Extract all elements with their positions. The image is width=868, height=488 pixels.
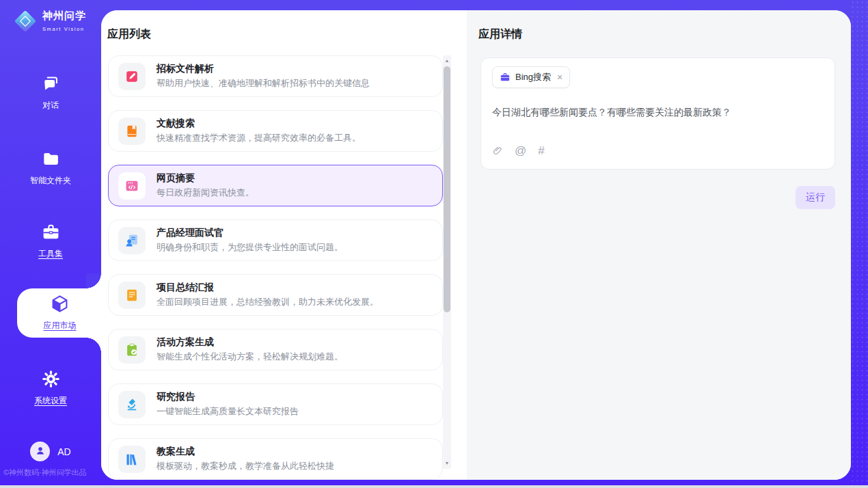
report-note-icon (124, 288, 139, 303)
app-name: 网页摘要 (157, 172, 254, 184)
scrollbar[interactable]: ▲ ▼ (443, 55, 451, 469)
app-name: 项目总结汇报 (157, 282, 379, 293)
tool-tag-bing-search[interactable]: Bing搜索 × (492, 66, 570, 88)
app-card[interactable]: 产品经理面试官明确身份和职责，为您提供专业性的面试问题。 (108, 219, 443, 261)
app-card[interactable]: 项目总结汇报全面回顾项目进展，总结经验教训，助力未来优化发展。 (108, 274, 443, 316)
run-button[interactable]: 运行 (796, 186, 835, 209)
app-card[interactable]: 研究报告一键智能生成高质量长文本研究报告 (108, 383, 443, 425)
app-description: 明确身份和职责，为您提供专业性的面试问题。 (157, 241, 343, 254)
sidebar-item-label: 对话 (0, 100, 101, 111)
app-card[interactable]: 活动方案生成智能生成个性化活动方案，轻松解决规划难题。 (108, 329, 443, 370)
app-description: 模板驱动，教案秒成，教学准备从此轻松快捷 (157, 460, 334, 472)
brand-diamond-icon (13, 9, 38, 33)
paperclip-icon[interactable] (492, 146, 503, 157)
prompt-toolbar: @# (492, 144, 824, 161)
gear-icon (41, 369, 61, 389)
sidebar-item-smart-folder[interactable]: 智能文件夹 (0, 149, 101, 187)
app-icon-box (118, 446, 146, 473)
app-icon-box (118, 391, 146, 418)
app-name: 文献搜索 (157, 118, 361, 129)
copyright-text: ©神州数码·神州问学出品 (3, 467, 101, 478)
folder-icon (41, 149, 61, 169)
tool-tag-label: Bing搜索 (515, 71, 551, 83)
app-description: 智能生成个性化活动方案，轻松解决规划难题。 (157, 351, 343, 363)
app-card[interactable]: 网页摘要每日政府新闻资讯快查。 (108, 165, 443, 206)
scroll-down-icon[interactable]: ▼ (443, 459, 451, 467)
brand-name: 神州问学 (42, 10, 86, 21)
prompt-input[interactable]: 今日湖北有哪些新闻要点？有哪些需要关注的最新政策？ (492, 105, 824, 119)
prompt-card: Bing搜索 × 今日湖北有哪些新闻要点？有哪些需要关注的最新政策？ @# (480, 57, 835, 170)
at-icon[interactable]: @ (515, 144, 526, 158)
sidebar-item-toolset[interactable]: 工具集 (0, 222, 101, 260)
sidebar-item-label: 应用市场 (17, 320, 103, 331)
app-icon-box (118, 118, 146, 145)
cube-icon (50, 294, 70, 314)
microscope-icon (124, 397, 139, 412)
book-icon (124, 124, 139, 139)
person-icon (34, 444, 46, 459)
app-icon-box (118, 227, 146, 254)
active-item-curve-top (86, 273, 101, 288)
app-list-title: 应用列表 (107, 27, 151, 42)
hash-icon[interactable]: # (538, 144, 544, 158)
books-icon (124, 452, 139, 467)
app-description: 全面回顾项目进展，总结经验教训，助力未来优化发展。 (157, 296, 379, 308)
app-name: 招标文件解析 (157, 63, 370, 74)
briefcase-icon (500, 72, 511, 83)
app-icon-box (118, 172, 146, 200)
interview-icon (124, 233, 139, 248)
window-bottom-edge (0, 485, 868, 488)
app-icon-box (118, 63, 146, 90)
app-name: 活动方案生成 (157, 336, 343, 348)
app-name: 研究报告 (157, 391, 299, 403)
sidebar: 神州问学 Smart Vision 对话智能文件夹工具集应用市场系统设置 AD … (0, 0, 101, 488)
user-initials: AD (57, 446, 70, 457)
briefcase-icon (500, 72, 511, 83)
main-content: 应用列表 招标文件解析帮助用户快速、准确地理解和解析招标书中的关键信息文献搜索快… (101, 10, 851, 480)
sidebar-item-chat[interactable]: 对话 (0, 74, 101, 111)
sidebar-item-label: 工具集 (0, 248, 101, 260)
app-card[interactable]: 教案生成模板驱动，教案秒成，教学准备从此轻松快捷 (108, 438, 443, 480)
decorative-dot-pattern (850, 0, 868, 488)
brand-subtitle: Smart Vision (42, 26, 85, 32)
edit-doc-icon (124, 69, 139, 84)
app-list-panel: 应用列表 招标文件解析帮助用户快速、准确地理解和解析招标书中的关键信息文献搜索快… (101, 10, 467, 480)
active-item-curve-bottom (86, 338, 101, 353)
avatar (30, 442, 50, 461)
sidebar-item-label: 智能文件夹 (0, 175, 101, 187)
app-card[interactable]: 招标文件解析帮助用户快速、准确地理解和解析招标书中的关键信息 (108, 55, 443, 97)
scroll-up-icon[interactable]: ▲ (443, 57, 451, 65)
app-name: 产品经理面试官 (157, 227, 343, 239)
sidebar-item-app-market[interactable]: 应用市场 (17, 288, 103, 338)
app-description: 快速精准查找学术资源，提高研究效率的必备工具。 (157, 132, 361, 144)
chat-icon (41, 74, 61, 94)
app-name: 教案生成 (157, 446, 334, 457)
close-icon[interactable]: × (556, 72, 562, 82)
app-detail-panel: 应用详情 Bing搜索 × 今日湖北有哪些新闻要点？有哪些需要关注的最新政策？ … (467, 10, 851, 480)
app-detail-title: 应用详情 (478, 27, 835, 42)
app-list: 招标文件解析帮助用户快速、准确地理解和解析招标书中的关键信息文献搜索快速精准查找… (108, 55, 443, 480)
scrollbar-thumb[interactable] (444, 66, 450, 312)
app-icon-box (118, 336, 146, 364)
clipboard-check-icon (124, 342, 139, 357)
app-description: 每日政府新闻资讯快查。 (157, 187, 254, 199)
toolbox-icon (41, 222, 61, 242)
app-root: { "brand": { "name": "神州问学", "subtitle":… (0, 0, 868, 488)
browser-code-icon (124, 178, 139, 193)
app-description: 一键智能生成高质量长文本研究报告 (157, 405, 299, 418)
user-account[interactable]: AD (0, 442, 101, 461)
sidebar-item-settings[interactable]: 系统设置 (0, 369, 101, 407)
app-description: 帮助用户快速、准确地理解和解析招标书中的关键信息 (157, 77, 370, 90)
brand-logo: 神州问学 Smart Vision (13, 9, 86, 33)
app-icon-box (118, 282, 146, 309)
app-card[interactable]: 文献搜索快速精准查找学术资源，提高研究效率的必备工具。 (108, 110, 443, 152)
sidebar-item-label: 系统设置 (0, 395, 101, 407)
